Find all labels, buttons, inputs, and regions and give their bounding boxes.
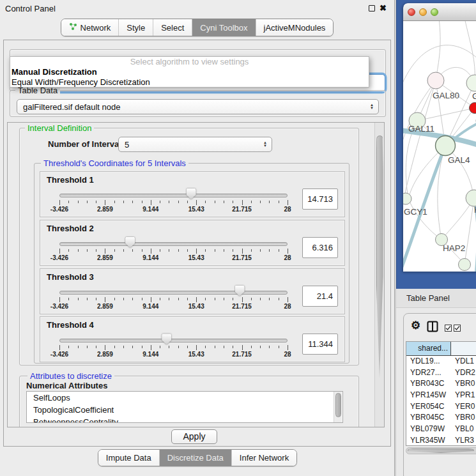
node-cut-bottom[interactable] <box>459 259 471 271</box>
cell-name: YBR0 <box>451 378 476 390</box>
table-row[interactable]: YBR043CYBR0 <box>406 378 476 390</box>
minor-tick <box>78 298 79 300</box>
viewport-scrollbar[interactable] <box>374 123 384 427</box>
node-cut-top-right[interactable] <box>466 75 476 91</box>
table-hscroll-thumb[interactable] <box>408 449 474 453</box>
table-row[interactable]: YER054CYER0 <box>406 401 476 413</box>
minor-tick <box>178 346 179 348</box>
table-row[interactable]: YDR27...YDR2 <box>406 367 476 379</box>
slider-track[interactable] <box>59 242 288 246</box>
tab-cyni-toolbox[interactable]: Cyni Toolbox <box>192 19 255 36</box>
minor-tick <box>123 249 124 252</box>
node-gcy1[interactable] <box>403 193 411 204</box>
tab-style[interactable]: Style <box>118 19 153 36</box>
slider-thumb[interactable] <box>162 334 171 344</box>
major-tick <box>105 297 105 302</box>
slider-ticks <box>59 297 288 303</box>
node-label-hap2: HAP2 <box>443 243 465 253</box>
node-gal80[interactable] <box>427 72 444 89</box>
minor-tick <box>187 249 188 252</box>
network-canvas[interactable]: GAL80 GA GAL11 GAL4 GCY1 H HAP2 <box>403 21 476 272</box>
table-panel: Table Panel ⚙ shared... n YDL19...YDL1YD… <box>396 289 476 476</box>
major-tick <box>196 297 197 302</box>
cell-shared-name: YBR045C <box>406 412 451 424</box>
minor-tick <box>78 201 79 203</box>
algorithm-option-manual[interactable]: Manual Discretization <box>10 67 369 77</box>
slider-track[interactable] <box>59 291 288 295</box>
minor-tick <box>96 298 96 300</box>
slider-thumb[interactable] <box>125 237 135 248</box>
tab-infer-network[interactable]: Infer Network <box>231 450 296 466</box>
window-title: Control Panel <box>5 4 56 13</box>
table-row[interactable]: YBR045CYBR0 <box>406 412 476 424</box>
apply-button[interactable]: Apply <box>171 429 217 444</box>
tab-network[interactable]: Network <box>61 19 119 36</box>
float-window-icon[interactable] <box>369 5 375 12</box>
table-horizontal-scrollbar[interactable] <box>406 447 476 454</box>
algorithm-prompt-item[interactable]: Select algorithm to view settings <box>10 57 369 67</box>
minor-tick <box>269 298 270 300</box>
tick-label: 28 <box>284 303 291 310</box>
close-icon[interactable]: ✖ <box>380 3 387 13</box>
cyni-toolbox-panel: Discretization Algorithm Select algorith… <box>3 40 391 447</box>
number-of-intervals-value: 5 <box>125 140 129 150</box>
algorithm-option-equal-width[interactable]: Equal Width/Frequency Discretization <box>10 77 369 88</box>
checkbox-checked-icon-2[interactable] <box>454 324 461 334</box>
checkbox-checked-icon[interactable] <box>445 324 452 334</box>
slider-thumb[interactable] <box>235 286 245 296</box>
attributes-group: Attributes to discretize Numerical Attri… <box>19 376 359 427</box>
minimize-traffic-light-icon[interactable] <box>419 8 427 16</box>
minor-tick <box>68 298 69 300</box>
tab-select[interactable]: Select <box>153 19 192 36</box>
numerical-attributes-heading: Numerical Attributes <box>26 381 107 390</box>
minor-tick <box>260 201 261 203</box>
tick-label: 28 <box>284 254 291 261</box>
tab-label: Discretize Data <box>167 453 224 463</box>
node-h[interactable] <box>466 190 476 206</box>
minor-tick <box>269 249 270 252</box>
threshold-value-field[interactable]: 14.713 <box>302 188 338 210</box>
column-header-shared-name[interactable]: shared... <box>406 342 451 355</box>
cell-shared-name: YER054C <box>406 401 451 413</box>
minor-tick <box>132 249 133 252</box>
number-of-intervals-combobox[interactable]: 5 ▲▼ <box>118 137 272 152</box>
interval-definition-title: Interval Definition <box>25 123 94 133</box>
table-row[interactable]: YBL079WYBL0 <box>406 424 476 435</box>
minor-tick <box>233 298 233 300</box>
node-label-gal4: GAL4 <box>448 155 470 165</box>
gear-icon[interactable]: ⚙ <box>411 319 420 332</box>
zoom-traffic-light-icon[interactable] <box>431 8 438 16</box>
control-panel-tabbar: NetworkStyleSelectCyni ToolboxjActiveMNo… <box>0 19 394 36</box>
attribute-item-selfloops[interactable]: SelfLoops <box>27 392 342 404</box>
split-columns-icon[interactable] <box>427 321 438 334</box>
attributes-list-scrollbar[interactable] <box>334 392 342 422</box>
slider-track[interactable] <box>59 339 288 342</box>
table-row[interactable]: YLR345WYLR3 <box>406 435 476 446</box>
threshold-value-field[interactable]: 6.316 <box>302 237 338 258</box>
minor-tick <box>178 249 179 252</box>
close-traffic-light-icon[interactable] <box>408 8 415 16</box>
table-row[interactable]: YDL19...YDL1 <box>406 356 476 367</box>
viewport-scrollbar-thumb[interactable] <box>376 135 383 378</box>
slider-thumb[interactable] <box>187 188 196 199</box>
slider-track[interactable] <box>59 194 288 197</box>
node-gal4[interactable] <box>436 136 456 156</box>
tab-discretize-data[interactable]: Discretize Data <box>159 450 231 466</box>
table-data-combobox[interactable]: galFiltered.sif default node ▲▼ <box>17 99 379 114</box>
threshold-value-field[interactable]: 21.4 <box>302 286 338 307</box>
minor-tick <box>132 346 133 348</box>
threshold-value-field[interactable]: 11.344 <box>302 334 338 355</box>
slider-ticks <box>59 200 288 206</box>
attribute-item-betweennesscentrality[interactable]: BetweennessCentrality <box>27 416 342 423</box>
minor-tick <box>215 201 215 203</box>
numerical-attributes-list[interactable]: SelfLoopsTopologicalCoefficientBetweenne… <box>26 391 343 423</box>
node-red-selected[interactable] <box>470 103 476 114</box>
tab-impute-data[interactable]: Impute Data <box>98 450 159 466</box>
minor-tick <box>78 249 79 252</box>
attribute-item-topologicalcoefficient[interactable]: TopologicalCoefficient <box>27 404 342 416</box>
tick-label: 9.144 <box>142 254 158 261</box>
tab-jactivemnodules[interactable]: jActiveMNodules <box>256 19 334 36</box>
cell-name: YPR1 <box>451 390 476 401</box>
table-row[interactable]: YPR145WYPR1 <box>406 390 476 401</box>
column-header-name[interactable]: n <box>451 342 476 355</box>
